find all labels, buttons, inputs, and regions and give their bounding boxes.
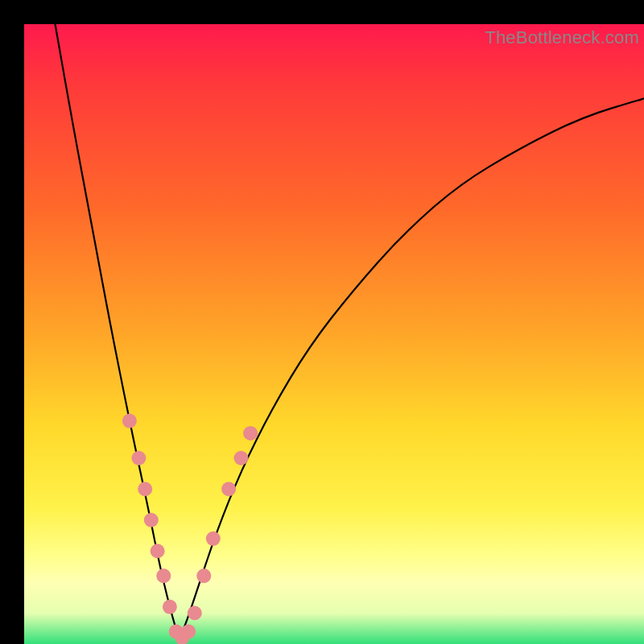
curve-marker [156,568,171,583]
curve-marker [151,544,165,559]
curve-marker [122,414,137,428]
curve-marker [163,600,177,614]
curve-marker [243,426,258,440]
curve-marker [206,531,221,546]
curve-marker [181,625,196,639]
plot-area: TheBottleneck.com [24,24,644,644]
curve-marker [138,482,152,497]
curve-markers [122,414,258,644]
curve-marker [131,451,146,465]
curve-marker [234,451,249,465]
curve-marker [196,568,211,583]
curve-layer [24,24,644,644]
bottleneck-curve [56,24,645,634]
chart-frame: TheBottleneck.com [0,0,644,644]
curve-marker [188,606,202,621]
curve-marker [221,482,236,497]
curve-marker [144,513,159,527]
